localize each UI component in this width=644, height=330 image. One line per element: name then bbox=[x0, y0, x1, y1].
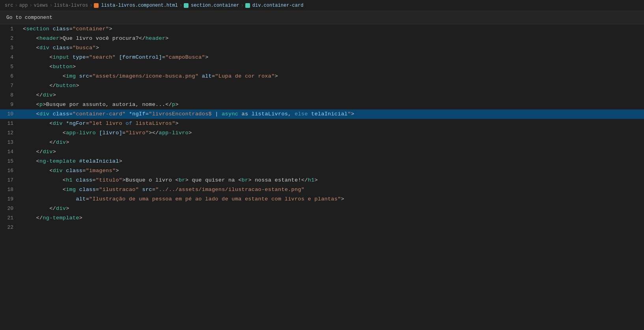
line-number: 3 bbox=[0, 43, 20, 53]
line-content: <div *ngFor="let livro of listaLivros"> bbox=[20, 119, 644, 128]
code-line: 2 <header>Que livro você procura?</heade… bbox=[0, 34, 644, 43]
token-string: "Lupa de cor roxa" bbox=[215, 73, 274, 79]
breadcrumb-html-file[interactable]: lista-livros.component.html bbox=[101, 3, 177, 8]
line-number: 17 bbox=[0, 176, 20, 185]
line-content: <h1 class="titulo">Busque o livro <br> q… bbox=[20, 176, 644, 185]
token-tag: div bbox=[39, 45, 49, 51]
token-class-val: "container" bbox=[73, 26, 109, 32]
sep3: › bbox=[50, 3, 52, 8]
token-string: "livro" bbox=[125, 130, 149, 136]
token-punct: < bbox=[23, 111, 39, 117]
goto-label: Go to component bbox=[6, 15, 52, 20]
line-content: alt="Ilustração de uma pessoa em pé ao l… bbox=[20, 195, 644, 204]
breadcrumb-bar: src › app › views › lista-livros › lista… bbox=[0, 0, 644, 11]
token-punct: </ bbox=[139, 35, 146, 41]
token-punct bbox=[49, 45, 52, 51]
goto-component[interactable]: Go to component bbox=[0, 11, 644, 24]
token-punct bbox=[23, 196, 76, 202]
sep1: › bbox=[15, 3, 18, 8]
token-punct: </ bbox=[23, 215, 43, 221]
breadcrumb-section[interactable]: section.container bbox=[191, 3, 239, 8]
sep5: › bbox=[179, 3, 182, 8]
code-line: 7 </button> bbox=[0, 81, 644, 91]
token-punct: < bbox=[175, 177, 179, 183]
token-punct: > bbox=[53, 92, 56, 98]
token-punct: < bbox=[23, 177, 66, 183]
token-punct: </ bbox=[23, 83, 56, 89]
token-punct: = bbox=[92, 177, 95, 183]
line-content: <div class="container-card" *ngIf="livro… bbox=[20, 109, 644, 119]
editor-area: 1<section class="container">2 <header>Qu… bbox=[0, 24, 644, 330]
token-punct: = bbox=[86, 54, 89, 60]
line-number: 7 bbox=[0, 81, 20, 91]
token-tag: ng-template bbox=[39, 158, 76, 164]
token-attr-name: alt bbox=[202, 73, 212, 79]
token-string: "search" bbox=[89, 54, 116, 60]
token-punct bbox=[308, 111, 311, 117]
token-binding: [formControl] bbox=[119, 54, 162, 60]
token-punct: > bbox=[205, 54, 208, 60]
token-punct: </ bbox=[23, 92, 43, 98]
token-else-kw: else bbox=[295, 111, 308, 117]
line-number: 4 bbox=[0, 53, 20, 62]
line-number: 10 bbox=[0, 109, 20, 119]
line-content: <div class="busca"> bbox=[20, 43, 644, 53]
code-line: 15 <ng-template #telaInicial> bbox=[0, 157, 644, 166]
code-line: 19 alt="Ilustração de uma pessoa em pé a… bbox=[0, 195, 644, 204]
breadcrumb-div[interactable]: div.container-card bbox=[252, 3, 304, 8]
token-punct: </ bbox=[165, 102, 172, 108]
code-line: 4 <input type="search" [formControl]="ca… bbox=[0, 53, 644, 62]
line-number: 1 bbox=[0, 24, 20, 34]
code-line: 16 <div class="imagens"> bbox=[0, 166, 644, 176]
token-tag: div bbox=[39, 111, 49, 117]
token-tag: input bbox=[53, 54, 69, 60]
token-punct: > bbox=[165, 35, 168, 41]
token-attr-name: class bbox=[79, 187, 96, 193]
line-number: 13 bbox=[0, 138, 20, 147]
token-punct bbox=[76, 158, 79, 164]
line-content: <app-livro [livro]="livro"></app-livro> bbox=[20, 128, 644, 138]
token-class-val: "container-card" bbox=[73, 111, 125, 117]
line-content: </ng-template> bbox=[20, 213, 644, 223]
token-punct: < bbox=[23, 121, 53, 126]
token-punct: = bbox=[69, 26, 73, 32]
html-file-icon bbox=[94, 3, 99, 8]
token-string: " bbox=[172, 121, 175, 126]
token-tag: h1 bbox=[308, 177, 315, 183]
token-tag: div bbox=[43, 92, 52, 98]
token-punct: > bbox=[314, 177, 317, 183]
token-attr-name: src bbox=[142, 187, 152, 193]
token-tag: div bbox=[53, 168, 63, 174]
line-number: 18 bbox=[0, 185, 20, 195]
breadcrumb-app[interactable]: app bbox=[19, 3, 28, 8]
breadcrumb-views[interactable]: views bbox=[34, 3, 48, 8]
breadcrumb-lista-livros[interactable]: lista-livros bbox=[54, 3, 88, 8]
token-punct bbox=[49, 26, 52, 32]
token-tag: img bbox=[66, 73, 76, 79]
token-tag: div bbox=[53, 121, 63, 126]
token-punct: > bbox=[53, 149, 56, 155]
token-keyword: of bbox=[126, 121, 133, 126]
code-line: 1<section class="container"> bbox=[0, 24, 644, 34]
token-punct bbox=[69, 54, 73, 60]
token-attr-name: type bbox=[73, 54, 86, 60]
line-content: <p>Busque por assunto, autoria, nome...<… bbox=[20, 100, 644, 109]
code-line: 13 </div> bbox=[0, 138, 644, 147]
token-tag: br bbox=[179, 177, 185, 183]
token-ng-directive: *ngIf bbox=[129, 111, 146, 117]
token-ng-directive: telaInicial bbox=[311, 111, 347, 117]
token-tag: header bbox=[146, 35, 165, 41]
token-punct bbox=[76, 73, 79, 79]
token-punct: > bbox=[109, 26, 112, 32]
token-punct: > bbox=[59, 35, 62, 41]
code-line: 17 <h1 class="titulo">Busque o livro <br… bbox=[0, 176, 644, 185]
token-punct: > bbox=[351, 111, 354, 117]
code-line: 14 </div> bbox=[0, 147, 644, 157]
code-line: 5 <button> bbox=[0, 62, 644, 72]
code-line: 12 <app-livro [livro]="livro"></app-livr… bbox=[0, 128, 644, 138]
code-line: 22 bbox=[0, 223, 644, 232]
token-punct: < bbox=[23, 54, 53, 60]
code-line: 18 <img class="ilustracao" src="../../as… bbox=[0, 185, 644, 195]
token-punct: > bbox=[43, 102, 46, 108]
breadcrumb-src[interactable]: src bbox=[5, 3, 13, 8]
